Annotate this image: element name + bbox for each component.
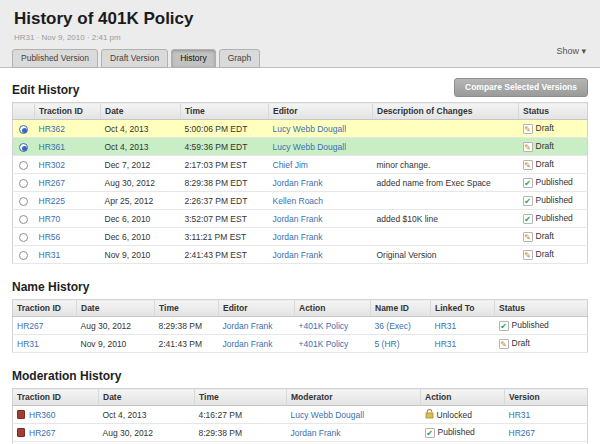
traction-id-link[interactable]: HR267 xyxy=(17,321,43,331)
editor-link[interactable]: Jordan Frank xyxy=(223,339,273,349)
editor-link[interactable]: Jordan Frank xyxy=(273,232,323,242)
draft-icon: ✎ xyxy=(499,339,509,349)
tab-graph[interactable]: Graph xyxy=(219,49,261,68)
time-cell: 8:29:38 PM EDT xyxy=(181,174,269,192)
traction-id-link[interactable]: HR361 xyxy=(39,142,65,152)
tab-published-version[interactable]: Published Version xyxy=(12,49,98,68)
moderator-link[interactable]: Jordan Frank xyxy=(291,428,341,438)
column-header: Moderator xyxy=(287,389,421,406)
status-cell: ✎Draft xyxy=(519,138,588,156)
name-history-section: Name History Traction ID Date Time Edito… xyxy=(12,280,588,353)
column-header: Time xyxy=(181,103,269,120)
table-row: HR31 Nov 9, 2010 2:41:43 PM Jordan Frank… xyxy=(13,335,588,353)
editor-link[interactable]: Kellen Roach xyxy=(273,196,324,206)
time-cell: 8:29:38 PM xyxy=(195,424,287,442)
status-label: Published xyxy=(536,195,573,205)
description-cell: added $10K line xyxy=(373,210,519,228)
traction-id-link[interactable]: HR56 xyxy=(39,232,61,242)
table-row: HR361 Oct 4, 2013 4:59:36 PM EDT Lucy We… xyxy=(13,138,588,156)
action-link[interactable]: +401K Policy xyxy=(299,339,349,349)
name-id-link[interactable]: 36 (Exec) xyxy=(375,321,411,331)
traction-id-link[interactable]: HR302 xyxy=(39,160,65,170)
description-cell xyxy=(373,228,519,246)
column-header: Traction ID xyxy=(35,103,101,120)
tab-bar: Published Version Draft Version History … xyxy=(12,49,260,68)
table-row: HR362 Oct 4, 2013 5:00:06 PM EDT Lucy We… xyxy=(13,120,588,138)
editor-link[interactable]: Lucy Webb Dougall xyxy=(273,124,347,134)
status-cell: ✔Published xyxy=(495,317,588,335)
table-row: HR360 Oct 4, 2013 4:16:27 PM Lucy Webb D… xyxy=(13,406,588,424)
column-header: Status xyxy=(519,103,588,120)
traction-id-link[interactable]: HR31 xyxy=(39,250,61,260)
linked-to-link[interactable]: HR31 xyxy=(435,321,457,331)
status-label: Draft xyxy=(536,231,554,241)
editor-link[interactable]: Jordan Frank xyxy=(273,178,323,188)
description-cell xyxy=(373,138,519,156)
traction-id-link[interactable]: HR267 xyxy=(39,178,65,188)
date-cell: Nov 9, 2010 xyxy=(101,246,181,264)
version-select-radio[interactable] xyxy=(19,233,28,242)
editor-link[interactable]: Jordan Frank xyxy=(223,321,273,331)
traction-id-link[interactable]: HR225 xyxy=(39,196,65,206)
draft-icon: ✎ xyxy=(523,124,533,134)
edit-history-section: Edit History Compare Selected Versions T… xyxy=(12,78,588,264)
name-id-link[interactable]: 5 (HR) xyxy=(375,339,400,349)
date-cell: Aug 30, 2012 xyxy=(77,317,155,335)
table-header-row: Traction ID Date Time Editor Action Name… xyxy=(13,300,588,317)
moderator-link[interactable]: Lucy Webb Dougall xyxy=(291,410,365,420)
version-select-radio[interactable] xyxy=(19,215,28,224)
version-select-radio[interactable] xyxy=(19,197,28,206)
column-header: Action xyxy=(421,389,505,406)
date-cell: Dec 6, 2010 xyxy=(101,210,181,228)
published-icon: ✔ xyxy=(523,214,533,224)
version-link[interactable]: HR31 xyxy=(509,410,531,420)
traction-id-link[interactable]: HR70 xyxy=(39,214,61,224)
traction-id-link[interactable]: HR267 xyxy=(29,428,55,438)
column-header: Name ID xyxy=(371,300,431,317)
column-header: Traction ID xyxy=(13,300,77,317)
linked-to-link[interactable]: HR31 xyxy=(435,339,457,349)
description-cell xyxy=(373,192,519,210)
tab-history[interactable]: History xyxy=(171,49,215,68)
column-header: Date xyxy=(77,300,155,317)
version-select-radio[interactable] xyxy=(19,143,28,152)
version-select-radio[interactable] xyxy=(19,179,28,188)
action-link[interactable]: +401K Policy xyxy=(299,321,349,331)
published-icon: ✔ xyxy=(499,321,509,331)
time-cell: 4:59:36 PM EDT xyxy=(181,138,269,156)
draft-icon: ✎ xyxy=(523,160,533,170)
published-icon: ✔ xyxy=(425,428,435,438)
status-label: Published xyxy=(512,320,549,330)
version-select-radio[interactable] xyxy=(19,125,28,134)
compare-selected-versions-button[interactable]: Compare Selected Versions xyxy=(454,78,588,97)
editor-link[interactable]: Chief Jim xyxy=(273,160,308,170)
version-select-radio[interactable] xyxy=(19,251,28,260)
time-cell: 4:16:27 PM xyxy=(195,406,287,424)
description-cell xyxy=(373,120,519,138)
column-header: Date xyxy=(101,103,181,120)
show-dropdown[interactable]: Show ▾ xyxy=(556,46,586,56)
table-row: HR56 Dec 6, 2010 3:11:21 PM EST Jordan F… xyxy=(13,228,588,246)
time-cell: 3:52:07 PM EST xyxy=(181,210,269,228)
status-label: Draft xyxy=(536,249,554,259)
editor-link[interactable]: Jordan Frank xyxy=(273,214,323,224)
description-cell: Original Version xyxy=(373,246,519,264)
page-icon xyxy=(17,410,25,419)
version-select-radio[interactable] xyxy=(19,161,28,170)
column-header: Traction ID xyxy=(13,389,99,406)
edit-history-table: Traction ID Date Time Editor Description… xyxy=(12,102,588,264)
status-label: Draft xyxy=(536,141,554,151)
main-content: Edit History Compare Selected Versions T… xyxy=(0,68,600,444)
traction-id-link[interactable]: HR360 xyxy=(29,410,55,420)
status-label: Draft xyxy=(536,159,554,169)
tab-draft-version[interactable]: Draft Version xyxy=(101,49,168,68)
traction-id-link[interactable]: HR31 xyxy=(17,339,39,349)
editor-link[interactable]: Lucy Webb Dougall xyxy=(273,142,347,152)
show-label: Show xyxy=(556,46,579,56)
column-header: Linked To xyxy=(431,300,495,317)
status-cell: ✔Published xyxy=(519,210,588,228)
date-cell: Aug 30, 2012 xyxy=(99,424,195,442)
editor-link[interactable]: Jordan Frank xyxy=(273,250,323,260)
version-link[interactable]: HR267 xyxy=(509,428,535,438)
traction-id-link[interactable]: HR362 xyxy=(39,124,65,134)
